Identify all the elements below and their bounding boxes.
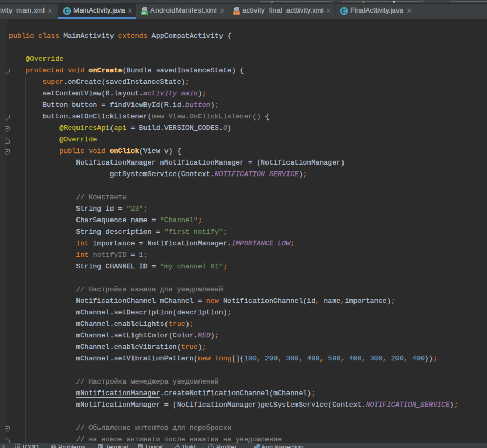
svg-text:</>: </>	[234, 12, 239, 15]
svg-text:C: C	[342, 8, 346, 14]
svg-text:C: C	[65, 8, 69, 14]
svg-text:MF: MF	[142, 11, 147, 15]
